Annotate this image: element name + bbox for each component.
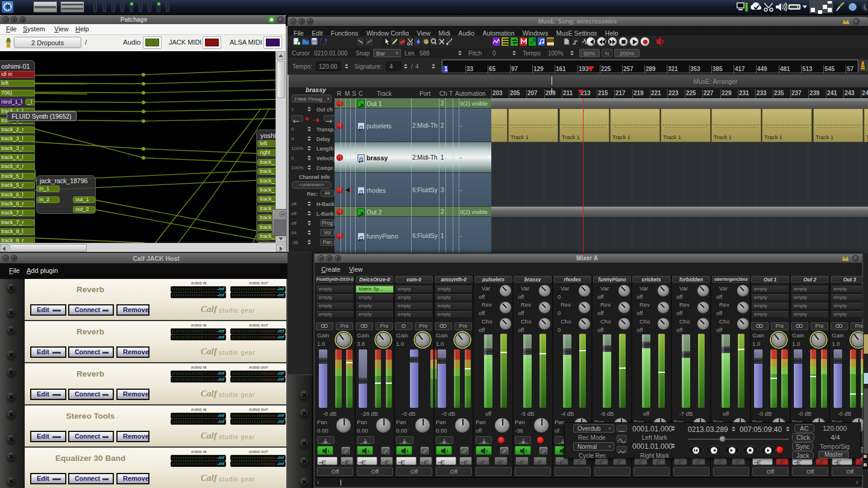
svg-text:?: ?	[324, 39, 327, 45]
